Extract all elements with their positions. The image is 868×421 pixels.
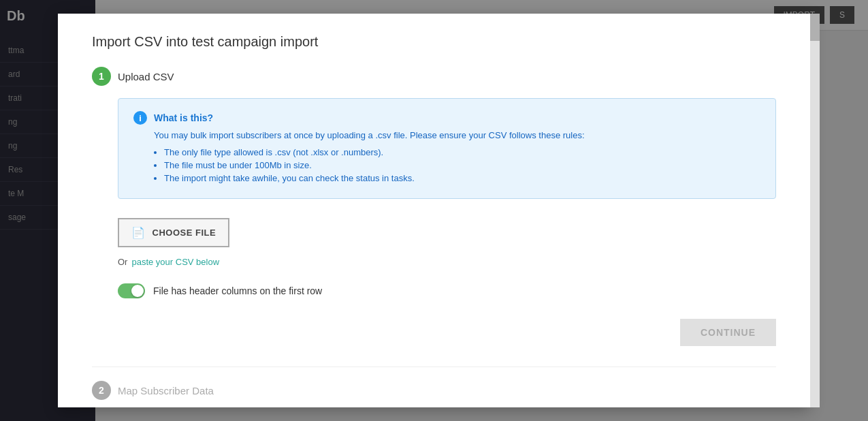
choose-file-button[interactable]: 📄 CHOOSE FILE <box>118 218 229 247</box>
info-rule-3: The import might take awhile, you can ch… <box>164 173 760 183</box>
section-divider <box>92 367 776 367</box>
header-toggle[interactable] <box>118 283 145 298</box>
step1-label: Upload CSV <box>118 71 174 82</box>
paste-row: Or paste your CSV below <box>118 257 776 267</box>
info-box-title: What is this? <box>154 112 213 123</box>
paste-csv-link[interactable]: paste your CSV below <box>131 257 219 267</box>
modal-scrollbar[interactable] <box>810 14 820 407</box>
continue-row: CONTINUE <box>92 319 776 346</box>
step2-header: 2 Map Subscriber Data <box>92 381 776 407</box>
info-rules-list: The only file type allowed is .csv (not … <box>164 147 760 183</box>
file-icon: 📄 <box>131 226 146 239</box>
modal-wrapper: Import CSV into test campaign import 1 U… <box>58 14 810 407</box>
modal-overlay: Import CSV into test campaign import 1 U… <box>0 0 868 421</box>
toggle-row: File has header columns on the first row <box>118 283 776 298</box>
or-text: Or <box>118 257 127 267</box>
step2-circle: 2 <box>92 381 111 400</box>
modal-content: Import CSV into test campaign import 1 U… <box>58 14 810 407</box>
modal-title: Import CSV into test campaign import <box>92 34 776 50</box>
import-modal: Import CSV into test campaign import 1 U… <box>58 14 810 407</box>
info-rule-2: The file must be under 100Mb in size. <box>164 160 760 170</box>
scrollbar-thumb[interactable] <box>810 14 820 41</box>
info-box-header: i What is this? <box>133 111 760 125</box>
info-box: i What is this? You may bulk import subs… <box>118 98 776 199</box>
continue-button[interactable]: CONTINUE <box>680 319 776 346</box>
choose-file-label: CHOOSE FILE <box>152 228 216 238</box>
step1-circle: 1 <box>92 67 111 86</box>
info-icon: i <box>133 111 147 125</box>
step1-header: 1 Upload CSV <box>92 67 776 86</box>
toggle-label: File has header columns on the first row <box>153 285 322 296</box>
step2-label: Map Subscriber Data <box>118 385 214 396</box>
info-description: You may bulk import subscribers at once … <box>154 130 760 140</box>
info-rule-1: The only file type allowed is .csv (not … <box>164 147 760 157</box>
toggle-knob <box>131 285 144 297</box>
